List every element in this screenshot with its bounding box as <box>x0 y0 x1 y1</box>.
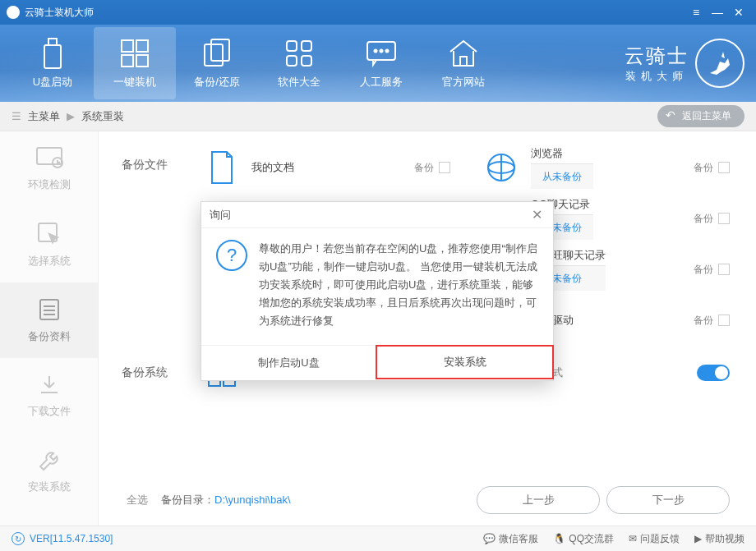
file-item-browser: 浏览器从未备份 备份 <box>483 146 730 189</box>
dialog-message: 尊敬的用户！若您当前存在空闲的U盘，推荐您使用“制作启动U盘”功能，制作一键启动… <box>259 240 538 330</box>
nav-label: U盘启动 <box>33 75 72 90</box>
svg-rect-10 <box>287 56 297 66</box>
checkbox[interactable] <box>439 162 450 173</box>
confirm-dialog: 询问 ✕ ? 尊敬的用户！若您当前存在空闲的U盘，推荐您使用“制作启动U盘”功能… <box>201 201 554 381</box>
select-all[interactable]: 全选 <box>122 493 148 507</box>
backup-label: 备份 <box>694 314 713 328</box>
apps-icon <box>284 37 315 70</box>
nav-usb-boot[interactable]: U盘启动 <box>12 27 94 99</box>
backup-label: 备份 <box>694 263 713 277</box>
chat-icon <box>365 37 398 70</box>
crumb-current: 系统重装 <box>81 109 124 124</box>
svg-point-14 <box>380 50 383 53</box>
svg-rect-5 <box>136 55 148 67</box>
checkbox[interactable] <box>718 315 730 326</box>
minimize-button[interactable]: — <box>707 4 728 21</box>
svg-rect-3 <box>136 40 148 52</box>
sidebar-label: 备份资料 <box>28 329 71 344</box>
install-system-button[interactable]: 安装系统 <box>376 345 554 379</box>
status-bar: ↻ VER[11.5.47.1530] 💬微信客服 🐧QQ交流群 ✉问题反馈 ▶… <box>0 526 756 551</box>
titlebar: 云骑士装机大师 ≡ — ✕ <box>0 0 756 25</box>
checkbox[interactable] <box>718 213 730 224</box>
usb-icon <box>42 37 63 70</box>
sidebar-item-download[interactable]: 下载文件 <box>0 358 98 434</box>
dialog-title: 询问 <box>210 208 231 223</box>
sidebar-label: 下载文件 <box>28 404 71 419</box>
backup-status: 从未备份 <box>531 163 593 189</box>
prev-button[interactable]: 上一步 <box>477 486 600 514</box>
brand-name: 云骑士 <box>625 43 689 69</box>
question-icon: ? <box>216 240 247 271</box>
path-link[interactable]: D:\yunqishi\bak\ <box>214 494 291 506</box>
version-text: VER[11.5.47.1530] <box>30 533 113 544</box>
cursor-icon <box>36 221 62 247</box>
svg-rect-0 <box>48 39 57 45</box>
top-nav: U盘启动 一键装机 备份/还原 软件大全 人工服务 官方网站 云骑士 装机大师 <box>0 25 756 102</box>
checkbox[interactable] <box>718 162 730 173</box>
knight-icon <box>695 39 744 88</box>
sidebar-item-install[interactable]: 安装系统 <box>0 434 98 509</box>
file-name: 浏览器 <box>531 146 593 161</box>
sidebar-label: 选择系统 <box>28 254 71 269</box>
nav-backup-restore[interactable]: 备份/还原 <box>176 27 258 99</box>
backup-label: 备份 <box>694 161 713 175</box>
link-video[interactable]: ▶帮助视频 <box>694 532 744 546</box>
breadcrumb: ☰ 主菜单 ▶ 系统重装 返回主菜单 <box>0 102 756 131</box>
globe-icon <box>483 149 519 186</box>
back-to-main-button[interactable]: 返回主菜单 <box>657 105 744 127</box>
monitor-icon <box>35 146 63 171</box>
backup-icon <box>201 37 233 70</box>
av-toggle[interactable] <box>697 365 730 381</box>
svg-rect-9 <box>302 41 311 51</box>
doc-stack-icon <box>37 296 62 323</box>
app-title: 云骑士装机大师 <box>25 6 685 20</box>
svg-rect-6 <box>205 44 223 66</box>
doc-icon <box>204 149 240 186</box>
nav-label: 软件大全 <box>278 75 320 90</box>
footer-controls: 全选 备份目录：D:\yunqishi\bak\ 上一步 下一步 <box>122 486 730 514</box>
link-wechat[interactable]: 💬微信客服 <box>483 532 538 546</box>
brand-sub: 装机大师 <box>625 69 689 84</box>
svg-rect-8 <box>287 41 297 51</box>
file-name: 我的文档 <box>251 160 294 175</box>
svg-rect-16 <box>460 57 467 66</box>
svg-rect-2 <box>122 40 133 52</box>
sidebar: 环境检测 选择系统 备份资料 下载文件 安装系统 <box>0 131 99 526</box>
home-icon <box>447 37 480 70</box>
link-feedback[interactable]: ✉问题反馈 <box>629 532 680 546</box>
nav-label: 备份/还原 <box>194 75 240 90</box>
dialog-title-bar: 询问 ✕ <box>201 202 553 228</box>
svg-point-13 <box>375 50 377 53</box>
svg-rect-1 <box>44 45 61 68</box>
backup-path: 备份目录：D:\yunqishi\bak\ <box>161 493 291 507</box>
nav-label: 人工服务 <box>360 75 403 90</box>
nav-label: 一键装机 <box>113 75 156 90</box>
checkbox[interactable] <box>718 264 730 275</box>
nav-label: 官方网站 <box>442 75 485 90</box>
next-button[interactable]: 下一步 <box>606 486 730 514</box>
sidebar-item-backup[interactable]: 备份资料 <box>0 282 98 358</box>
app-logo-icon <box>7 6 20 19</box>
make-usb-button[interactable]: 制作启动U盘 <box>201 346 376 380</box>
section-label: 备份系统 <box>122 365 179 380</box>
nav-service[interactable]: 人工服务 <box>340 27 422 99</box>
brand: 云骑士 装机大师 <box>625 39 744 88</box>
link-qq[interactable]: 🐧QQ交流群 <box>553 532 614 546</box>
menu-icon[interactable]: ≡ <box>685 4 707 21</box>
svg-rect-11 <box>302 56 311 66</box>
sidebar-label: 环境检测 <box>28 177 71 192</box>
sidebar-label: 安装系统 <box>28 480 71 494</box>
sidebar-item-env[interactable]: 环境检测 <box>0 131 98 207</box>
sidebar-item-select[interactable]: 选择系统 <box>0 207 98 282</box>
download-icon <box>37 373 62 397</box>
chevron-right-icon: ▶ <box>67 110 75 122</box>
close-button[interactable]: ✕ <box>728 4 749 21</box>
nav-software[interactable]: 软件大全 <box>258 27 340 99</box>
nav-website[interactable]: 官方网站 <box>422 27 505 99</box>
backup-label: 备份 <box>694 212 713 226</box>
dialog-close-button[interactable]: ✕ <box>528 207 545 223</box>
svg-rect-4 <box>122 55 133 67</box>
crumb-main[interactable]: 主菜单 <box>28 109 60 124</box>
refresh-icon[interactable]: ↻ <box>12 532 25 545</box>
nav-one-click-install[interactable]: 一键装机 <box>94 27 176 99</box>
